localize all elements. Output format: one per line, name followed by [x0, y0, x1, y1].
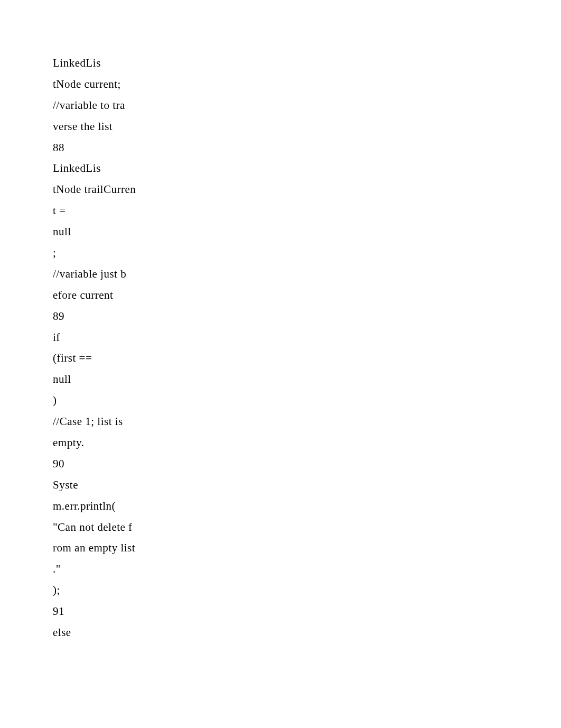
code-line: t =: [53, 200, 508, 222]
code-line: efore current: [53, 285, 508, 306]
document-page: LinkedLis tNode current; //variable to t…: [0, 0, 561, 696]
code-line: Syste: [53, 475, 508, 496]
code-line: "Can not delete f: [53, 517, 508, 538]
code-line: empty.: [53, 432, 508, 454]
code-line: 89: [53, 306, 508, 327]
code-line: 90: [53, 454, 508, 475]
code-line: 91: [53, 601, 508, 622]
code-line: rom an empty list: [53, 538, 508, 559]
code-line: ;: [53, 243, 508, 264]
code-line: m.err.println(: [53, 496, 508, 517]
code-line: null: [53, 369, 508, 390]
code-line: (first ==: [53, 348, 508, 369]
code-line: LinkedLis: [53, 158, 508, 179]
code-line: //variable to tra: [53, 95, 508, 116]
code-line: LinkedLis: [53, 53, 508, 74]
code-line: ): [53, 390, 508, 411]
code-line: else: [53, 622, 508, 643]
code-line: tNode current;: [53, 74, 508, 95]
code-line: );: [53, 580, 508, 601]
code-line: //variable just b: [53, 264, 508, 285]
code-line: verse the list: [53, 116, 508, 137]
code-line: .": [53, 559, 508, 580]
code-line: null: [53, 222, 508, 243]
code-line: tNode trailCurren: [53, 179, 508, 200]
code-line: if: [53, 327, 508, 348]
code-line: 88: [53, 137, 508, 159]
code-line: //Case 1; list is: [53, 411, 508, 432]
